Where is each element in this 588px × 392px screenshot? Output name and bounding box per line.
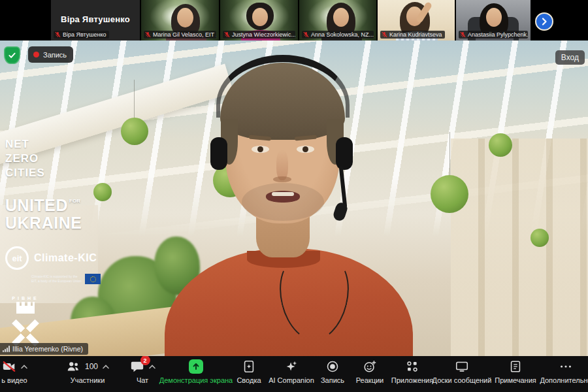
recording-dot-icon xyxy=(33,52,39,57)
summary-doc-icon xyxy=(242,359,256,374)
reactions-button[interactable]: Реакции xyxy=(351,359,388,389)
start-video-button[interactable]: ь видео xyxy=(0,359,39,389)
recording-indicator[interactable]: Запись xyxy=(28,46,73,63)
participant-tile-anastasiia[interactable]: Anastasiia Pylypchenk... xyxy=(456,0,531,41)
participant-tile-anna[interactable]: Anna Sokolowska, NZ... xyxy=(299,0,376,41)
participant-name-label: Karina Kudriavtseva xyxy=(380,31,445,39)
participant-tile-vira[interactable]: Віра Явтушенко Віра Явтушенко xyxy=(51,0,140,41)
notes-icon xyxy=(508,359,523,374)
participant-name-label: Marina Gil Velasco, EIT ... xyxy=(144,31,216,39)
record-button[interactable]: Запись xyxy=(315,359,350,389)
castle-icon xyxy=(16,306,35,314)
participant-tile-marina[interactable]: Marina Gil Velasco, EIT ... xyxy=(141,0,219,41)
headset-band xyxy=(216,55,350,118)
mic-muted-icon xyxy=(145,31,151,38)
speaker-name-tag: Illia Yeremenko (Rivne) xyxy=(0,343,88,355)
chevron-up-icon[interactable] xyxy=(149,365,155,369)
whiteboards-button[interactable]: Доски сообщений xyxy=(427,359,497,389)
record-icon xyxy=(325,359,340,374)
participants-button[interactable]: 100 Участники xyxy=(60,359,115,389)
enter-fullscreen-button[interactable]: Вход xyxy=(555,50,585,65)
more-button[interactable]: Дополнительно xyxy=(536,359,588,389)
eit-logo-circle: eit xyxy=(5,246,29,270)
mic-muted-icon xyxy=(382,31,387,38)
participants-filmstrip: Віра Явтушенко Віра Явтушенко Marina Gil… xyxy=(0,0,588,41)
notes-button[interactable]: Примечания xyxy=(491,359,540,389)
participant-tile-karina[interactable]: Karina Kudriavtseva xyxy=(378,0,455,41)
more-dots-icon xyxy=(559,359,573,374)
united-for-ukraine-logo: UNITEDFOR UKRAINE xyxy=(5,197,101,232)
ai-companion-icon xyxy=(284,359,299,374)
participant-tile-justyna[interactable]: Justyna Wieczorkiewic... xyxy=(220,0,298,41)
apps-icon xyxy=(405,359,419,374)
participant-display-name: Віра Явтушенко xyxy=(51,14,140,24)
mic-muted-icon xyxy=(303,31,309,38)
net-zero-cities-logo: NET ZERO CITIES xyxy=(5,137,101,180)
chevron-right-icon xyxy=(540,18,548,25)
ai-companion-button[interactable]: AI Companion xyxy=(264,359,319,389)
participant-name-label: Віра Явтушенко xyxy=(54,31,109,39)
zoom-meeting-window: Віра Явтушенко Віра Явтушенко Marina Gil… xyxy=(0,0,588,392)
reactions-smiley-icon xyxy=(363,359,377,374)
participants-count: 100 xyxy=(85,362,98,371)
share-screen-icon xyxy=(189,359,203,374)
summary-button[interactable]: Сводка xyxy=(230,359,268,389)
rivne-city-logo: РІВНЕ xyxy=(5,296,46,350)
video-camera-off-icon xyxy=(2,359,16,374)
whiteboard-icon xyxy=(455,359,469,374)
participant-name-label: Anastasiia Pylypchenk... xyxy=(459,31,528,39)
next-page-button[interactable] xyxy=(535,12,553,31)
participant-name-label: Justyna Wieczorkiewic... xyxy=(223,31,295,39)
headset-earcup xyxy=(336,137,353,170)
main-speaker-video: NET ZERO CITIES UNITEDFOR UKRAINE eit Cl… xyxy=(0,41,588,356)
chevron-up-icon[interactable] xyxy=(103,365,109,369)
climate-kic-logo: eit Climate-KIC Climate-KIC is supported… xyxy=(5,246,101,284)
security-shield-icon[interactable] xyxy=(4,46,20,64)
participant-name-label: Anna Sokolowska, NZ... xyxy=(302,31,374,39)
headset-boom xyxy=(339,166,348,208)
headset-earcup xyxy=(210,137,227,170)
meeting-toolbar: ь видео 100 Участники 2 xyxy=(0,356,588,392)
chevron-up-icon[interactable] xyxy=(21,365,27,369)
connection-signal-icon xyxy=(3,346,10,352)
eu-flag-icon xyxy=(85,274,101,284)
share-screen-button[interactable]: Демонстрация экрана xyxy=(157,359,235,389)
mic-muted-icon xyxy=(460,31,466,38)
mic-muted-icon xyxy=(224,31,230,38)
video-logos-overlay: NET ZERO CITIES UNITEDFOR UKRAINE eit Cl… xyxy=(5,137,101,350)
mic-muted-icon xyxy=(55,31,61,38)
participants-icon xyxy=(66,359,80,374)
